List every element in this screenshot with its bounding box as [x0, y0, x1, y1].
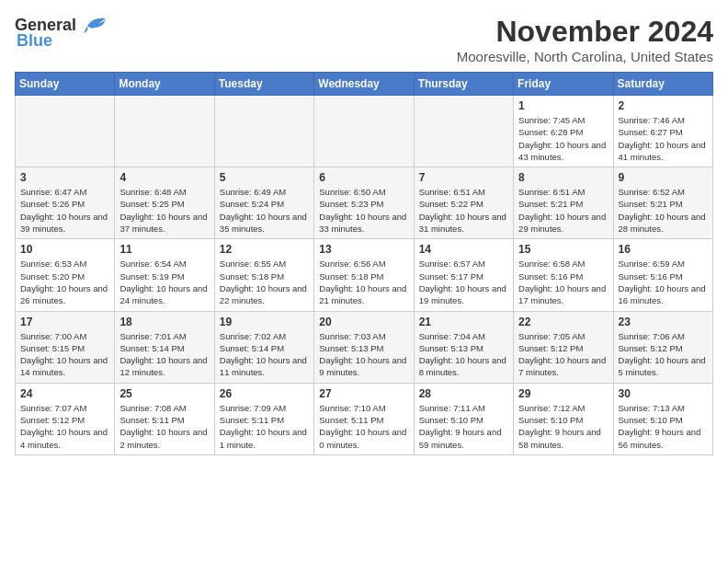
calendar-cell: 19Sunrise: 7:02 AM Sunset: 5:14 PM Dayli… [214, 311, 313, 383]
calendar-cell: 6Sunrise: 6:50 AM Sunset: 5:23 PM Daylig… [314, 167, 414, 239]
day-number: 26 [220, 387, 309, 400]
day-number: 6 [319, 171, 408, 184]
day-info: Sunrise: 7:02 AM Sunset: 5:14 PM Dayligh… [220, 330, 309, 379]
day-info: Sunrise: 6:52 AM Sunset: 5:21 PM Dayligh… [619, 186, 708, 235]
calendar-week-row: 10Sunrise: 6:53 AM Sunset: 5:20 PM Dayli… [16, 239, 713, 311]
calendar-cell: 21Sunrise: 7:04 AM Sunset: 5:13 PM Dayli… [414, 311, 513, 383]
calendar-cell: 11Sunrise: 6:54 AM Sunset: 5:19 PM Dayli… [115, 239, 214, 311]
day-number: 8 [518, 171, 608, 184]
calendar-cell: 27Sunrise: 7:10 AM Sunset: 5:11 PM Dayli… [314, 383, 414, 454]
calendar-cell: 29Sunrise: 7:12 AM Sunset: 5:10 PM Dayli… [514, 383, 613, 454]
calendar-cell: 13Sunrise: 6:56 AM Sunset: 5:18 PM Dayli… [314, 239, 414, 311]
calendar-cell: 12Sunrise: 6:55 AM Sunset: 5:18 PM Dayli… [214, 239, 313, 311]
day-info: Sunrise: 6:55 AM Sunset: 5:18 PM Dayligh… [220, 258, 309, 306]
logo: General Blue [15, 15, 108, 51]
day-info: Sunrise: 6:59 AM Sunset: 5:16 PM Dayligh… [619, 258, 708, 306]
day-number: 25 [119, 387, 209, 400]
day-info: Sunrise: 7:08 AM Sunset: 5:11 PM Dayligh… [119, 402, 209, 451]
weekday-header: Thursday [414, 73, 513, 96]
day-number: 5 [220, 171, 309, 184]
day-number: 9 [619, 171, 708, 184]
day-number: 22 [518, 316, 608, 328]
day-number: 28 [419, 387, 508, 400]
calendar-cell: 22Sunrise: 7:05 AM Sunset: 5:12 PM Dayli… [514, 311, 613, 383]
day-number: 1 [518, 99, 608, 112]
day-number: 30 [619, 387, 708, 400]
calendar-cell: 18Sunrise: 7:01 AM Sunset: 5:14 PM Dayli… [115, 311, 214, 383]
day-info: Sunrise: 7:07 AM Sunset: 5:12 PM Dayligh… [20, 402, 109, 451]
day-info: Sunrise: 7:04 AM Sunset: 5:13 PM Dayligh… [419, 330, 508, 379]
day-info: Sunrise: 6:53 AM Sunset: 5:20 PM Dayligh… [20, 258, 109, 306]
calendar-cell: 10Sunrise: 6:53 AM Sunset: 5:20 PM Dayli… [16, 239, 115, 311]
calendar-cell: 1Sunrise: 7:45 AM Sunset: 6:28 PM Daylig… [514, 96, 613, 167]
day-number: 3 [20, 171, 109, 184]
calendar-cell: 28Sunrise: 7:11 AM Sunset: 5:10 PM Dayli… [414, 383, 513, 454]
day-number: 16 [619, 243, 708, 256]
calendar-cell: 4Sunrise: 6:48 AM Sunset: 5:25 PM Daylig… [115, 167, 214, 239]
title-section: November 2024 Mooresville, North Carolin… [457, 15, 713, 64]
calendar-week-row: 3Sunrise: 6:47 AM Sunset: 5:26 PM Daylig… [16, 167, 713, 239]
calendar-cell: 15Sunrise: 6:58 AM Sunset: 5:16 PM Dayli… [514, 239, 613, 311]
day-number: 17 [20, 316, 109, 328]
weekday-header: Friday [514, 73, 613, 96]
day-number: 29 [518, 387, 608, 400]
day-number: 20 [319, 316, 408, 328]
calendar-cell: 2Sunrise: 7:46 AM Sunset: 6:27 PM Daylig… [613, 96, 712, 167]
day-info: Sunrise: 6:57 AM Sunset: 5:17 PM Dayligh… [419, 258, 508, 306]
logo-bird-icon [80, 15, 108, 35]
day-info: Sunrise: 6:47 AM Sunset: 5:26 PM Dayligh… [20, 186, 109, 235]
calendar-cell: 26Sunrise: 7:09 AM Sunset: 5:11 PM Dayli… [214, 383, 313, 454]
day-number: 13 [319, 243, 408, 256]
calendar-header-row: SundayMondayTuesdayWednesdayThursdayFrid… [16, 73, 713, 96]
day-number: 18 [119, 316, 209, 328]
calendar-cell [314, 96, 414, 167]
day-info: Sunrise: 7:06 AM Sunset: 5:12 PM Dayligh… [619, 330, 708, 379]
day-info: Sunrise: 7:10 AM Sunset: 5:11 PM Dayligh… [319, 402, 408, 451]
calendar-cell: 23Sunrise: 7:06 AM Sunset: 5:12 PM Dayli… [613, 311, 712, 383]
weekday-header: Tuesday [214, 73, 313, 96]
calendar-cell: 25Sunrise: 7:08 AM Sunset: 5:11 PM Dayli… [115, 383, 214, 454]
calendar-cell: 20Sunrise: 7:03 AM Sunset: 5:13 PM Dayli… [314, 311, 414, 383]
calendar-cell [16, 96, 115, 167]
weekday-header: Saturday [613, 73, 712, 96]
weekday-header: Sunday [16, 73, 115, 96]
calendar-cell: 7Sunrise: 6:51 AM Sunset: 5:22 PM Daylig… [414, 167, 513, 239]
calendar-week-row: 24Sunrise: 7:07 AM Sunset: 5:12 PM Dayli… [16, 383, 713, 454]
calendar-cell: 3Sunrise: 6:47 AM Sunset: 5:26 PM Daylig… [16, 167, 115, 239]
day-number: 11 [119, 243, 209, 256]
day-number: 19 [220, 316, 309, 328]
calendar-cell: 30Sunrise: 7:13 AM Sunset: 5:10 PM Dayli… [613, 383, 712, 454]
day-number: 27 [319, 387, 408, 400]
day-info: Sunrise: 7:13 AM Sunset: 5:10 PM Dayligh… [619, 402, 708, 451]
day-info: Sunrise: 7:01 AM Sunset: 5:14 PM Dayligh… [119, 330, 209, 379]
calendar-table: SundayMondayTuesdayWednesdayThursdayFrid… [15, 72, 713, 455]
calendar-cell [115, 96, 214, 167]
day-info: Sunrise: 7:05 AM Sunset: 5:12 PM Dayligh… [518, 330, 608, 379]
day-number: 23 [619, 316, 708, 328]
weekday-header: Monday [115, 73, 214, 96]
day-info: Sunrise: 6:48 AM Sunset: 5:25 PM Dayligh… [119, 186, 209, 235]
day-info: Sunrise: 7:46 AM Sunset: 6:27 PM Dayligh… [619, 114, 708, 163]
location: Mooresville, North Carolina, United Stat… [457, 49, 713, 64]
day-info: Sunrise: 6:51 AM Sunset: 5:22 PM Dayligh… [419, 186, 508, 235]
day-info: Sunrise: 7:03 AM Sunset: 5:13 PM Dayligh… [319, 330, 408, 379]
day-number: 24 [20, 387, 109, 400]
calendar-cell: 14Sunrise: 6:57 AM Sunset: 5:17 PM Dayli… [414, 239, 513, 311]
calendar-cell: 24Sunrise: 7:07 AM Sunset: 5:12 PM Dayli… [16, 383, 115, 454]
calendar-cell: 9Sunrise: 6:52 AM Sunset: 5:21 PM Daylig… [613, 167, 712, 239]
calendar-cell: 5Sunrise: 6:49 AM Sunset: 5:24 PM Daylig… [214, 167, 313, 239]
calendar-cell: 17Sunrise: 7:00 AM Sunset: 5:15 PM Dayli… [16, 311, 115, 383]
page-header: General Blue November 2024 Mooresville, … [15, 15, 713, 64]
weekday-header: Wednesday [314, 73, 414, 96]
calendar-cell: 16Sunrise: 6:59 AM Sunset: 5:16 PM Dayli… [613, 239, 712, 311]
day-info: Sunrise: 7:12 AM Sunset: 5:10 PM Dayligh… [518, 402, 608, 451]
calendar-cell [214, 96, 313, 167]
day-number: 14 [419, 243, 508, 256]
day-number: 10 [20, 243, 109, 256]
day-number: 4 [119, 171, 209, 184]
month-title: November 2024 [457, 15, 713, 49]
calendar-week-row: 1Sunrise: 7:45 AM Sunset: 6:28 PM Daylig… [16, 96, 713, 167]
logo-blue-text: Blue [17, 31, 52, 51]
day-info: Sunrise: 7:09 AM Sunset: 5:11 PM Dayligh… [220, 402, 309, 451]
day-number: 15 [518, 243, 608, 256]
